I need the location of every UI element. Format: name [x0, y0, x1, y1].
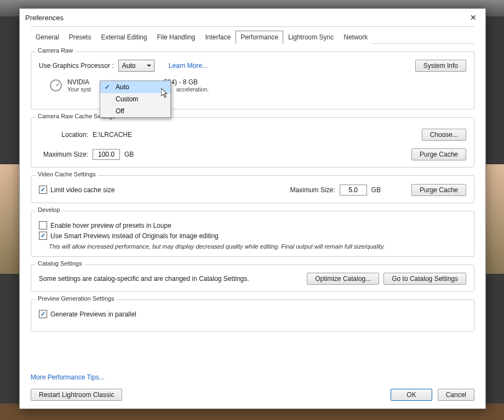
cancel-button[interactable]: Cancel	[438, 389, 474, 401]
group-title-preview-gen: Preview Generation Settings	[36, 295, 116, 302]
limit-video-label: Limit video cache size	[50, 186, 114, 194]
cache-location-value: E:\LRCACHE	[93, 131, 132, 139]
smart-previews-label: Use Smart Previews instead of Originals …	[50, 232, 219, 240]
ok-button[interactable]: OK	[391, 389, 432, 401]
group-catalog: Catalog Settings Some settings are catal…	[31, 264, 474, 292]
gpu-select[interactable]: Auto	[118, 60, 154, 72]
content-area: Camera Raw Use Graphics Processor : Auto…	[20, 44, 485, 371]
gauge-icon	[50, 79, 62, 91]
dropdown-option-auto[interactable]: Auto	[100, 81, 170, 93]
restart-button[interactable]: Restart Lightroom Classic	[31, 389, 122, 401]
limit-video-check[interactable]: Limit video cache size	[39, 186, 114, 194]
dropdown-option-off[interactable]: Off	[100, 105, 170, 117]
group-develop: Develop Enable hover preview of presets …	[31, 211, 474, 257]
group-title-video: Video Cache Settings	[36, 171, 98, 177]
group-cache: Camera Raw Cache Settings Location: E:\L…	[31, 117, 474, 168]
tab-bar: General Presets External Editing File Ha…	[31, 26, 474, 44]
hover-preview-label: Enable hover preview of presets in Loupe	[50, 222, 171, 229]
tab-lightroom-sync[interactable]: Lightroom Sync	[283, 31, 339, 44]
close-icon[interactable]: ✕	[467, 11, 480, 24]
gpu-label: Use Graphics Processor :	[39, 62, 114, 70]
titlebar: Preferences ✕	[20, 9, 485, 26]
gpu-dropdown-popup: Auto Custom Off	[100, 80, 171, 118]
gpu-sub-left: Your syst	[67, 86, 91, 93]
checkbox-icon	[39, 221, 47, 229]
video-unit: GB	[371, 186, 381, 194]
group-title-develop: Develop	[36, 206, 62, 213]
catalog-text: Some settings are catalog-specific and a…	[39, 275, 249, 283]
video-purge-button[interactable]: Purge Cache	[411, 184, 466, 196]
hover-preview-check[interactable]: Enable hover preview of presets in Loupe	[39, 221, 466, 229]
group-title-camera-raw: Camera Raw	[36, 47, 75, 54]
cache-location-label: Location:	[39, 131, 88, 139]
tab-presets[interactable]: Presets	[64, 31, 96, 44]
generate-parallel-check[interactable]: Generate Previews in parallel	[39, 310, 466, 318]
more-performance-tips-link[interactable]: More Performance Tips...	[31, 373, 105, 381]
smart-previews-check[interactable]: Use Smart Previews instead of Originals …	[39, 232, 466, 240]
gpu-sub-right: acceleration.	[176, 86, 209, 93]
group-title-catalog: Catalog Settings	[36, 260, 84, 267]
tab-network[interactable]: Network	[339, 31, 373, 44]
checkbox-icon	[39, 310, 47, 318]
tab-file-handling[interactable]: File Handling	[152, 31, 200, 44]
footer: Restart Lightroom Classic OK Cancel	[20, 383, 485, 409]
optimize-catalog-button[interactable]: Optimize Catalog...	[307, 273, 379, 285]
cache-unit: GB	[124, 151, 134, 158]
tab-interface[interactable]: Interface	[200, 31, 236, 44]
dialog-title: Preferences	[25, 14, 467, 22]
choose-button[interactable]: Choose...	[422, 129, 466, 141]
learn-more-link[interactable]: Learn More...	[169, 62, 208, 70]
gpu-select-value: Auto	[122, 62, 136, 70]
purge-cache-button[interactable]: Purge Cache	[411, 148, 466, 160]
group-video-cache: Video Cache Settings Limit video cache s…	[31, 175, 474, 203]
checkbox-icon	[39, 232, 47, 240]
tab-general[interactable]: General	[31, 31, 64, 44]
generate-parallel-label: Generate Previews in parallel	[50, 310, 136, 318]
goto-catalog-settings-button[interactable]: Go to Catalog Settings	[383, 273, 466, 285]
checkbox-icon	[39, 186, 47, 194]
preferences-dialog: Preferences ✕ General Presets External E…	[19, 8, 486, 409]
video-max-label: Maximum Size:	[290, 186, 335, 194]
system-info-button[interactable]: System Info	[415, 60, 466, 72]
cache-max-label: Maximum Size:	[39, 151, 88, 158]
tab-performance[interactable]: Performance	[236, 31, 283, 44]
group-preview-generation: Preview Generation Settings Generate Pre…	[31, 300, 474, 332]
tab-external-editing[interactable]: External Editing	[96, 31, 152, 44]
gpu-name-left: NVIDIA	[67, 78, 89, 86]
group-camera-raw: Camera Raw Use Graphics Processor : Auto…	[31, 51, 474, 110]
dropdown-option-custom[interactable]: Custom	[100, 93, 170, 105]
develop-note: This will allow increased performance, b…	[49, 243, 466, 250]
video-max-input[interactable]	[340, 185, 367, 195]
cache-max-input[interactable]	[93, 149, 120, 160]
